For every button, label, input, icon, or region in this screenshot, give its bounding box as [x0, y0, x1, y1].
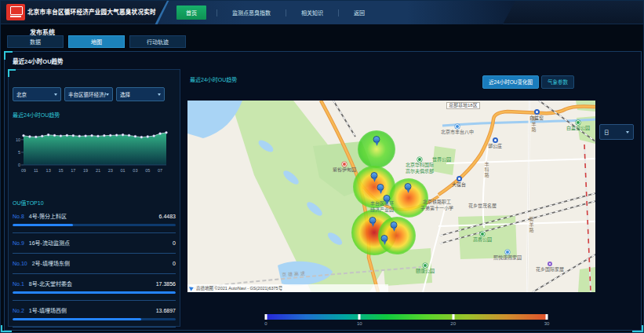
- dashboard: 北京市丰台区循环经济产业园大气恶臭状况实时 首页监测点恶臭指数相关知识返回 发布…: [0, 0, 644, 333]
- top-list-value: 0: [173, 261, 176, 266]
- nav-item[interactable]: 监测点恶臭指数: [227, 6, 275, 19]
- nav-separator: [216, 9, 217, 16]
- ou-top-list: No.84号-筛分上料区6.4483No.916号-流动监测点0No.102号-…: [13, 207, 176, 328]
- top-list-value: 0: [173, 240, 176, 246]
- map-buttons: 近24小时OU变化图气象参数: [482, 75, 574, 89]
- autonavi-logo-icon: [189, 285, 195, 291]
- filter-select-value: 选择: [120, 90, 130, 98]
- top-list-bar-fill: [13, 318, 141, 320]
- svg-text:15: 15: [58, 168, 63, 173]
- trend-chart-title: 最近24小时OU趋势: [13, 111, 60, 119]
- nav-item[interactable]: 首页: [176, 5, 206, 20]
- heat-scale-bar: [266, 314, 547, 320]
- top-list-rank: No.2: [13, 308, 24, 313]
- app-title: 北京市丰台区循环经济产业园大气恶臭状况实时: [27, 1, 156, 24]
- svg-text:13: 13: [46, 168, 51, 173]
- filter-selects: 北京丰台区循环经济产选择: [13, 87, 165, 101]
- trend-chart-svg: 0510091113151719212301030507: [12, 125, 173, 177]
- scale-tick-label: 20: [450, 321, 456, 326]
- svg-text:01: 01: [121, 168, 126, 173]
- ou-change-chart-button[interactable]: 近24小时OU变化图: [482, 75, 539, 89]
- top-list-value: 13.6897: [156, 308, 176, 313]
- scale-tick-label: 0: [264, 321, 267, 326]
- period-select[interactable]: 日: [599, 124, 634, 140]
- period-select-value: 日: [604, 128, 609, 136]
- scale-tick-label: 30: [544, 321, 550, 326]
- top-list-bar-track: [13, 224, 176, 226]
- top-list-bar-fill: [13, 291, 176, 294]
- top-list-rank: No.9: [13, 240, 24, 246]
- svg-text:05: 05: [145, 168, 150, 173]
- scale-tick: [546, 314, 548, 320]
- svg-text:09: 09: [21, 168, 26, 173]
- heat-scale: 0102030: [266, 314, 547, 328]
- scale-tick: [265, 314, 267, 320]
- app-header: 北京市丰台区循环经济产业园大气恶臭状况实时 首页监测点恶臭指数相关知识返回: [1, 1, 644, 24]
- main-nav: 首页监测点恶臭指数相关知识返回: [155, 1, 515, 24]
- svg-text:21: 21: [96, 168, 100, 173]
- top-list-item: No.102号-填埋场东侧0: [13, 254, 176, 274]
- svg-text:19: 19: [83, 168, 88, 173]
- top-list-value: 6.4483: [159, 214, 176, 219]
- top-list-name: 4号-筛分上料区: [29, 212, 67, 220]
- chevron-down-icon: [54, 93, 57, 96]
- top-list-name: 8号-北天堂村委会: [29, 280, 72, 287]
- svg-text:03: 03: [133, 168, 137, 173]
- svg-text:11: 11: [34, 168, 38, 173]
- top-list-name: 2号-填埋场东侧: [32, 259, 70, 267]
- map-panel: 最近24小时OU趋势 近24小时OU变化图气象参数: [184, 69, 641, 328]
- map-base-art: [187, 101, 595, 292]
- scale-tick: [452, 314, 454, 320]
- filter-select-value: 丰台区循环经济产: [68, 90, 106, 98]
- filter-select[interactable]: 北京: [13, 87, 61, 101]
- main-panel: 最近24小时OU趋势 北京丰台区循环经济产选择 最近24小时OU趋势 05100…: [4, 51, 642, 331]
- publish-tab[interactable]: 数据: [7, 35, 64, 48]
- chevron-down-icon: [106, 93, 109, 96]
- filter-select[interactable]: 选择: [116, 87, 165, 101]
- svg-text:10: 10: [16, 137, 20, 142]
- nav-separator: [286, 9, 286, 16]
- svg-text:17: 17: [71, 168, 75, 173]
- ou-top-list-title: OU值TOP10: [13, 199, 44, 207]
- top-list-bar-fill: [13, 224, 73, 226]
- filter-select[interactable]: 丰台区循环经济产: [64, 87, 113, 101]
- top-list-name: 16号-流动监测点: [29, 239, 70, 247]
- svg-text:5: 5: [18, 150, 20, 155]
- map-section-title: 最近24小时OU趋势: [190, 75, 237, 83]
- svg-text:23: 23: [108, 168, 113, 173]
- top-list-bar-track: [13, 291, 176, 294]
- app-logo-icon: [6, 4, 25, 20]
- nav-separator: [338, 9, 339, 16]
- filter-select-value: 北京: [16, 90, 27, 98]
- top-list-name: 1号-填埋场西侧: [29, 306, 67, 314]
- chevron-down-icon: [158, 93, 161, 96]
- map-attribution-text: 高德地图 ©2021 AutoNavi - GS(2021)6375号: [196, 285, 282, 291]
- top-list-rank: No.10: [13, 261, 27, 266]
- publish-tabs: 数据地图行动轨迹: [7, 35, 186, 48]
- top-list-rank: No.1: [13, 281, 24, 287]
- svg-text:0: 0: [18, 163, 20, 167]
- top-list-value: 17.3856: [156, 281, 176, 287]
- top-list-item: No.21号-填埋场西侧13.6897: [13, 301, 176, 328]
- trend-chart: 0510091113151719212301030507: [12, 125, 173, 177]
- panel-title: 最近24小时OU趋势: [13, 57, 64, 65]
- scale-tick: [358, 314, 361, 320]
- top-list-bar-track: [13, 318, 176, 320]
- scale-tick-label: 10: [357, 321, 362, 326]
- nav-item[interactable]: 返回: [349, 6, 369, 19]
- weather-params-button[interactable]: 气象参数: [541, 75, 574, 89]
- chevron-down-icon: [626, 131, 629, 134]
- publish-tab[interactable]: 地图: [68, 35, 125, 48]
- nav-item[interactable]: 相关知识: [297, 6, 328, 19]
- top-list-item: No.84号-筛分上料区6.4483: [13, 207, 176, 233]
- top-list-rank: No.8: [13, 214, 24, 219]
- left-panel: 北京丰台区循环经济产选择 最近24小时OU趋势 0510091113151719…: [8, 69, 180, 327]
- map-attribution: 高德地图 ©2021 AutoNavi - GS(2021)6375号: [187, 284, 388, 292]
- map-canvas[interactable]: 总部基地18区白盆窑白盆窑公园北京市丰台八中郭公庄世界公园大葆台丰科路樊羊路樊羊…: [187, 101, 595, 292]
- publish-tab[interactable]: 行动轨迹: [129, 35, 186, 48]
- svg-text:07: 07: [158, 168, 162, 173]
- top-list-item: No.18号-北天堂村委会17.3856: [13, 274, 176, 301]
- top-list-item: No.916号-流动监测点0: [13, 233, 176, 254]
